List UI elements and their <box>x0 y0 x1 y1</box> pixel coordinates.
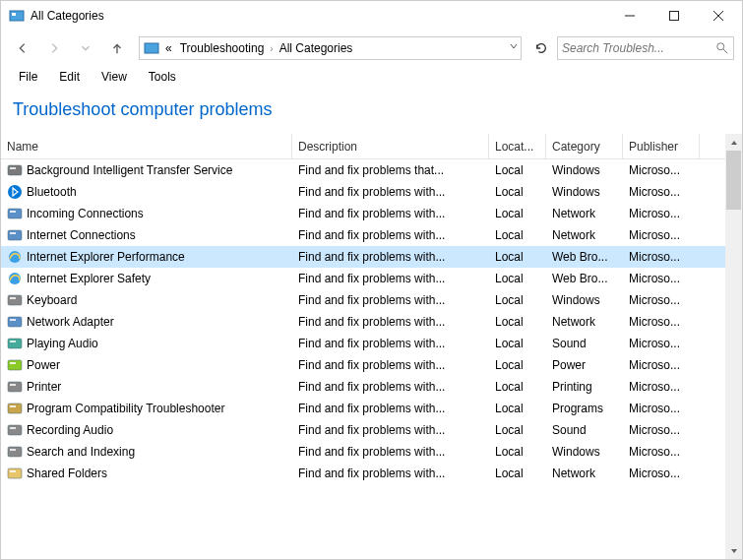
list-area: Name Description Locat... Category Publi… <box>1 134 742 559</box>
scroll-down-button[interactable] <box>725 542 742 559</box>
row-description: Find and fix problems with... <box>292 423 489 437</box>
table-row[interactable]: PrinterFind and fix problems with...Loca… <box>1 376 725 398</box>
table-row[interactable]: Shared FoldersFind and fix problems with… <box>1 463 725 484</box>
menu-tools[interactable]: Tools <box>139 68 186 86</box>
col-publisher[interactable]: Publisher <box>623 134 700 158</box>
row-publisher: Microso... <box>623 467 700 480</box>
search-box[interactable] <box>557 36 734 60</box>
scroll-track[interactable] <box>725 151 742 542</box>
row-location: Local <box>489 207 546 220</box>
breadcrumb-seg2[interactable]: All Categories <box>278 41 355 55</box>
svg-rect-36 <box>10 470 16 472</box>
svg-point-12 <box>8 185 22 199</box>
window-title: All Categories <box>31 9 607 23</box>
table-row[interactable]: Search and IndexingFind and fix problems… <box>1 441 725 463</box>
row-description: Find and fix problems with... <box>292 185 489 199</box>
address-dropdown[interactable] <box>509 40 519 54</box>
svg-rect-16 <box>10 232 16 234</box>
svg-rect-34 <box>10 449 16 451</box>
row-name: Playing Audio <box>27 337 98 350</box>
col-location[interactable]: Locat... <box>489 134 546 158</box>
scroll-thumb[interactable] <box>726 151 741 210</box>
row-description: Find and fix problems with... <box>292 207 489 220</box>
row-category: Web Bro... <box>546 272 623 285</box>
forward-button[interactable] <box>40 34 68 62</box>
col-name[interactable]: Name <box>1 134 292 158</box>
minimize-button[interactable] <box>607 2 651 31</box>
address-bar[interactable]: « Troubleshooting › All Categories <box>139 36 522 60</box>
table-row[interactable]: PowerFind and fix problems with...LocalP… <box>1 354 725 376</box>
row-category: Network <box>546 315 623 329</box>
breadcrumb-seg1[interactable]: Troubleshooting <box>178 41 267 55</box>
svg-rect-3 <box>669 12 678 21</box>
scroll-up-button[interactable] <box>725 134 742 151</box>
row-name: Power <box>27 358 60 372</box>
row-location: Local <box>489 445 546 459</box>
row-description: Find and fix problems with... <box>292 228 489 242</box>
col-category[interactable]: Category <box>546 134 623 158</box>
row-location: Local <box>489 380 546 394</box>
recent-dropdown[interactable] <box>72 34 99 62</box>
row-location: Local <box>489 228 546 242</box>
row-location: Local <box>489 467 546 480</box>
net-icon <box>7 227 23 243</box>
table-row[interactable]: Incoming ConnectionsFind and fix problem… <box>1 203 725 224</box>
row-category: Windows <box>546 293 623 307</box>
row-category: Windows <box>546 185 623 199</box>
row-name: Internet Explorer Performance <box>27 250 185 264</box>
up-button[interactable] <box>103 34 131 62</box>
refresh-button[interactable] <box>529 36 553 60</box>
list-view[interactable]: Name Description Locat... Category Publi… <box>1 134 725 559</box>
menu-view[interactable]: View <box>92 68 137 86</box>
title-bar: All Categories <box>1 1 742 31</box>
svg-rect-22 <box>10 319 16 321</box>
menu-file[interactable]: File <box>9 68 47 86</box>
row-name: Incoming Connections <box>27 207 144 220</box>
maximize-button[interactable] <box>651 2 696 31</box>
row-name: Bluetooth <box>27 185 77 199</box>
svg-rect-24 <box>10 341 16 342</box>
table-row[interactable]: Program Compatibility TroubleshooterFind… <box>1 398 725 419</box>
table-row[interactable]: Background Intelligent Transfer ServiceF… <box>1 159 725 181</box>
table-row[interactable]: Recording AudioFind and fix problems wit… <box>1 419 725 441</box>
search-icon[interactable] <box>715 41 729 55</box>
table-row[interactable]: Internet Explorer SafetyFind and fix pro… <box>1 268 725 289</box>
column-headers: Name Description Locat... Category Publi… <box>1 134 725 159</box>
row-publisher: Microso... <box>623 228 700 242</box>
row-publisher: Microso... <box>623 358 700 372</box>
close-button[interactable] <box>696 2 740 31</box>
row-name: Internet Explorer Safety <box>27 272 151 285</box>
back-button[interactable] <box>9 34 36 62</box>
table-row[interactable]: BluetoothFind and fix problems with...Lo… <box>1 181 725 203</box>
breadcrumb-quote: « <box>163 41 174 55</box>
spk-icon <box>7 336 23 351</box>
row-publisher: Microso... <box>623 423 700 437</box>
net-icon <box>7 314 23 330</box>
table-row[interactable]: Internet ConnectionsFind and fix problem… <box>1 224 725 246</box>
table-row[interactable]: Internet Explorer PerformanceFind and fi… <box>1 246 725 268</box>
menu-edit[interactable]: Edit <box>49 68 90 86</box>
table-row[interactable]: Network AdapterFind and fix problems wit… <box>1 311 725 333</box>
row-category: Windows <box>546 163 623 177</box>
app-icon <box>9 8 25 24</box>
row-location: Local <box>489 163 546 177</box>
svg-rect-32 <box>10 427 16 429</box>
row-publisher: Microso... <box>623 445 700 459</box>
vertical-scrollbar[interactable] <box>725 134 742 559</box>
row-description: Find and fix problems with... <box>292 445 489 459</box>
row-location: Local <box>489 337 546 350</box>
row-description: Find and fix problems with... <box>292 293 489 307</box>
prg-icon <box>7 401 23 416</box>
col-description[interactable]: Description <box>292 134 489 158</box>
gear-icon <box>7 162 23 178</box>
svg-rect-1 <box>12 13 16 16</box>
row-description: Find and fix problems with... <box>292 250 489 264</box>
chevron-right-icon[interactable]: › <box>270 43 273 54</box>
pwr-icon <box>7 357 23 373</box>
svg-rect-19 <box>8 295 22 305</box>
search-input[interactable] <box>562 41 715 55</box>
svg-rect-13 <box>8 209 22 218</box>
table-row[interactable]: Playing AudioFind and fix problems with.… <box>1 333 725 354</box>
svg-rect-20 <box>10 297 16 299</box>
table-row[interactable]: KeyboardFind and fix problems with...Loc… <box>1 289 725 311</box>
